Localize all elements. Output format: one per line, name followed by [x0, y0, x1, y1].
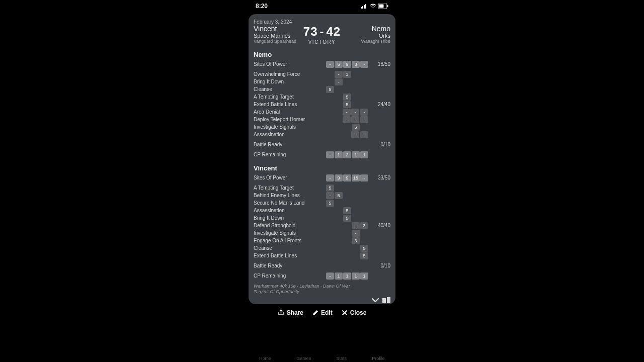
score-p1: 73 — [303, 25, 318, 38]
match-score: 73-42 — [303, 25, 341, 39]
row-label: Deploy Teleport Homer — [254, 117, 317, 122]
score-row-nemo-area-denial: Area Denial--- — [254, 108, 390, 116]
score-row-vincent-defend-stronghold: Defend Stronghold-340/40 — [254, 222, 390, 229]
score-row-vincent-engage-on-all-fronts: Engage On All Fronts3 — [254, 237, 390, 244]
row-total: 24/40 — [371, 102, 390, 107]
score-row-vincent-primary: Sites Of Power-9915-33/50 — [254, 174, 390, 182]
score-row-nemo-investigate-signals: Investigate Signals6 — [254, 123, 390, 131]
row-total: 33/50 — [371, 175, 390, 180]
chevron-down-icon[interactable] — [371, 296, 379, 305]
share-icon — [278, 309, 284, 316]
score-row-vincent-cleanse: Cleanse5 — [254, 244, 390, 252]
score-row-vincent-a-tempting-target: A Tempting Target5 — [254, 184, 390, 192]
phone-frame: 8:20 February 3, 2024 Vincent Space Mari… — [247, 0, 397, 362]
row-total: 0/10 — [371, 142, 390, 147]
share-button[interactable]: Share — [278, 309, 303, 316]
score-row-nemo-assassination: Assassination-- — [254, 131, 390, 138]
section-title-vincent: Vincent — [254, 164, 390, 172]
score-row-vincent-battle-ready: Battle Ready0/10 — [254, 262, 390, 269]
player2-faction: Orks — [379, 33, 390, 39]
section-title-nemo: Nemo — [254, 51, 390, 58]
player2-detachment: Waaagh! Tribe — [361, 39, 390, 44]
svg-rect-5 — [387, 5, 388, 7]
close-icon — [342, 310, 348, 316]
svg-rect-0 — [361, 7, 362, 9]
player1-faction: Space Marines — [254, 33, 300, 39]
action-bar: Share Edit Close — [247, 309, 397, 316]
row-label: CP Remaining — [254, 273, 326, 279]
row-label: Sites Of Power — [254, 175, 326, 180]
score-row-nemo-overwhelming-force: Overwhelming Force-3 — [254, 70, 390, 78]
row-label: Investigate Signals — [254, 124, 326, 130]
score-row-vincent-behind-enemy-lines: Behind Enemy Lines-5 — [254, 192, 390, 199]
edit-label: Edit — [321, 309, 333, 316]
row-label: Bring It Down — [254, 79, 326, 84]
svg-rect-6 — [379, 5, 384, 8]
row-label: Investigate Signals — [254, 230, 326, 236]
row-label: Extend Battle Lines — [254, 102, 326, 107]
status-time: 8:20 — [256, 3, 268, 10]
tab-profile[interactable]: Profile — [372, 356, 385, 361]
svg-rect-2 — [364, 5, 365, 9]
score-row-nemo-deploy-teleport-homer: Deploy Teleport Homer--- — [254, 116, 390, 123]
svg-rect-7 — [382, 298, 386, 303]
score-row-nemo-primary: Sites Of Power-693-18/50 — [254, 60, 390, 68]
score-row-vincent-assassination: Assassination5 — [254, 207, 390, 214]
score-row-vincent-cp: CP Remaining-1111 — [254, 272, 390, 280]
row-label: Secure No Man's Land — [254, 200, 326, 206]
score-row-vincent-bring-it-down: Bring It Down5 — [254, 214, 390, 222]
row-label: Assassination — [254, 208, 326, 213]
score-row-nemo-cleanse: Cleanse5 — [254, 85, 390, 93]
tab-games[interactable]: Games — [296, 356, 311, 361]
cellular-icon — [361, 4, 368, 9]
row-label: Engage On All Fronts — [254, 238, 326, 243]
player1-detachment: Vanguard Spearhead — [254, 39, 300, 44]
row-label: Bring It Down — [254, 215, 326, 221]
score-row-vincent-investigate-signals: Investigate Signals- — [254, 229, 390, 237]
player1-name: Vincent — [254, 25, 300, 33]
match-card: February 3, 2024 Vincent Space Marines V… — [249, 14, 395, 304]
close-button[interactable]: Close — [342, 309, 367, 316]
score-row-nemo-battle-ready: Battle Ready0/10 — [254, 141, 390, 148]
row-label: Behind Enemy Lines — [254, 193, 326, 198]
tab-home[interactable]: Home — [259, 356, 271, 361]
match-result: VICTORY — [308, 39, 336, 45]
app-badge-icon — [382, 296, 391, 305]
row-total: 40/40 — [371, 223, 390, 228]
row-label: Defend Stronghold — [254, 223, 326, 228]
edit-button[interactable]: Edit — [312, 309, 333, 316]
player2-name: Nemo — [372, 25, 390, 33]
row-label: Overwhelming Force — [254, 71, 326, 77]
row-label: Battle Ready — [254, 142, 326, 147]
row-label: Cleanse — [254, 86, 326, 92]
svg-rect-8 — [387, 297, 390, 303]
row-total: 0/10 — [371, 263, 390, 268]
row-label: Area Denial — [254, 109, 317, 115]
row-label: CP Remaining — [254, 152, 326, 157]
match-date: February 3, 2024 — [254, 19, 390, 25]
row-label: A Tempting Target — [254, 185, 326, 191]
score-row-nemo-a-tempting-target: A Tempting Target5 — [254, 93, 390, 101]
row-total: 18/50 — [371, 61, 390, 67]
status-bar: 8:20 — [247, 0, 397, 14]
row-label: Assassination — [254, 132, 317, 137]
share-label: Share — [287, 309, 303, 316]
tab-bar: Home Games Stats Profile — [247, 344, 397, 362]
row-label: Extend Battle Lines — [254, 253, 326, 258]
wifi-icon — [370, 4, 376, 9]
score-row-vincent-extend-battle-lines: Extend Battle Lines5 — [254, 252, 390, 259]
pencil-icon — [312, 310, 318, 316]
svg-rect-1 — [362, 6, 363, 9]
row-label: Battle Ready — [254, 263, 326, 268]
score-p2: 42 — [327, 25, 341, 38]
score-row-vincent-secure-no-man-s-land: Secure No Man's Land5 — [254, 199, 390, 207]
match-footnote: Warhammer 40k 10e · Leviathan · Dawn Of … — [254, 284, 354, 295]
score-row-nemo-bring-it-down: Bring It Down- — [254, 78, 390, 85]
svg-rect-3 — [365, 4, 366, 9]
score-row-nemo-cp: CP Remaining-1211 — [254, 151, 390, 158]
close-label: Close — [350, 309, 367, 316]
tab-stats[interactable]: Stats — [337, 356, 347, 361]
row-label: Cleanse — [254, 245, 326, 251]
card-footer-icons — [247, 296, 397, 305]
battery-icon — [378, 4, 388, 9]
